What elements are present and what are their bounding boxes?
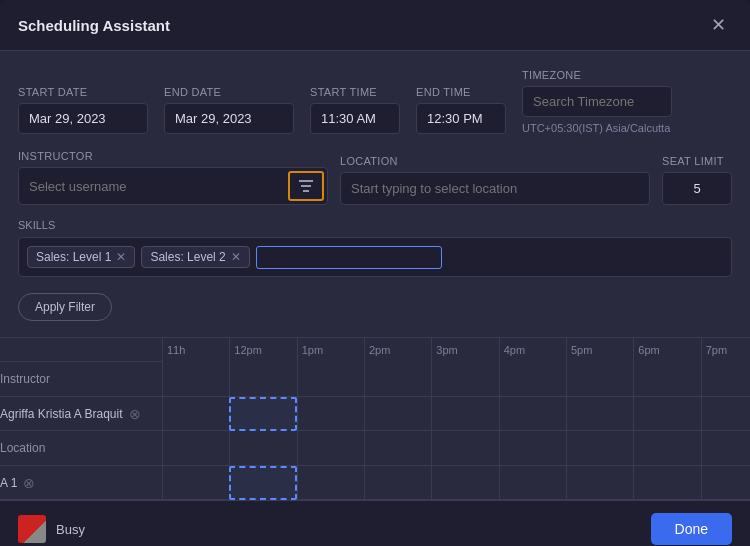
dialog-header: Scheduling Assistant ✕ <box>0 0 750 51</box>
location-input[interactable] <box>340 172 650 205</box>
instructor-section-label: Instructor <box>0 362 162 397</box>
tc-loc-6 <box>499 466 566 500</box>
dialog-footer: Busy Done <box>0 500 750 546</box>
time-col-3pm: 3pm <box>431 338 498 362</box>
start-date-input[interactable] <box>18 103 148 134</box>
tc-l-s-5 <box>431 431 498 466</box>
tc-i-s-5 <box>431 362 498 397</box>
timezone-sub-text: UTC+05:30(IST) Asia/Calcutta <box>522 122 672 134</box>
tc-loc-3 <box>297 466 364 500</box>
tc-a-2-highlight <box>229 397 296 431</box>
busy-label: Busy <box>56 522 85 537</box>
location-group: Location <box>340 155 650 205</box>
time-col-7pm: 7pm <box>701 338 750 362</box>
tc-l-s-2 <box>229 431 296 466</box>
time-col-12pm: 12pm <box>229 338 296 362</box>
tc-l-s-8 <box>633 431 700 466</box>
end-date-input[interactable] <box>164 103 294 134</box>
dialog-body: Start Date End Date Start Time End Time … <box>0 51 750 337</box>
tc-i-s-9 <box>701 362 750 397</box>
timezone-group: Timezone UTC+05:30(IST) Asia/Calcutta <box>522 69 672 134</box>
location-section-row: Location <box>0 431 750 466</box>
tc-loc-7 <box>566 466 633 500</box>
end-date-label: End Date <box>164 86 294 98</box>
skill-tag-1: Sales: Level 1 ✕ <box>27 246 135 268</box>
tc-a-6 <box>499 397 566 431</box>
close-button[interactable]: ✕ <box>705 14 732 36</box>
agriffa-name: Agriffa Kristia A Braquit <box>0 407 123 421</box>
tc-i-s-2 <box>229 362 296 397</box>
tc-i-s-8 <box>633 362 700 397</box>
time-col-1pm: 1pm <box>297 338 364 362</box>
instructor-section-row: Instructor <box>0 362 750 397</box>
instructor-input[interactable] <box>19 171 285 202</box>
end-time-input[interactable] <box>416 103 506 134</box>
skill-tag-1-text: Sales: Level 1 <box>36 250 111 264</box>
timezone-input[interactable] <box>522 86 672 117</box>
tc-loc-9 <box>701 466 750 500</box>
timeline-corner <box>0 338 162 362</box>
tc-i-s-1 <box>162 362 229 397</box>
tc-l-s-9 <box>701 431 750 466</box>
end-time-label: End Time <box>416 86 506 98</box>
tc-i-s-6 <box>499 362 566 397</box>
end-date-group: End Date <box>164 86 294 134</box>
a1-name: A 1 <box>0 476 17 490</box>
done-button[interactable]: Done <box>651 513 732 545</box>
skills-label: Skills <box>18 219 732 231</box>
time-col-11h: 11h <box>162 338 229 362</box>
a1-name-cell: A 1 ⊗ <box>0 466 162 500</box>
instructor-group: Instructor <box>18 150 328 205</box>
location-section-label: Location <box>0 431 162 466</box>
tc-i-s-4 <box>364 362 431 397</box>
skills-section: Skills Sales: Level 1 ✕ Sales: Level 2 ✕ <box>18 219 732 277</box>
a1-row: A 1 ⊗ <box>0 466 750 500</box>
instructor-filter-button[interactable] <box>288 171 324 201</box>
tc-i-s-3 <box>297 362 364 397</box>
start-time-input[interactable] <box>310 103 400 134</box>
scheduling-assistant-dialog: Scheduling Assistant ✕ Start Date End Da… <box>0 0 750 546</box>
end-time-group: End Time <box>416 86 506 134</box>
instructor-location-row: Instructor Location Seat <box>18 150 732 205</box>
skill-tag-2-text: Sales: Level 2 <box>150 250 225 264</box>
apply-filter-button[interactable]: Apply Filter <box>18 293 112 321</box>
tc-a-7 <box>566 397 633 431</box>
seat-limit-label: Seat Limit <box>662 155 732 167</box>
agriffa-name-cell: Agriffa Kristia A Braquit ⊗ <box>0 397 162 431</box>
tc-i-s-7 <box>566 362 633 397</box>
start-time-group: Start Time <box>310 86 400 134</box>
busy-swatch <box>18 515 46 543</box>
seat-limit-input[interactable] <box>662 172 732 205</box>
tc-l-s-7 <box>566 431 633 466</box>
tc-l-s-4 <box>364 431 431 466</box>
start-date-group: Start Date <box>18 86 148 134</box>
tc-loc-2-highlight <box>229 466 296 500</box>
tc-loc-4 <box>364 466 431 500</box>
tc-loc-1 <box>162 466 229 500</box>
tc-loc-5 <box>431 466 498 500</box>
time-col-6pm: 6pm <box>633 338 700 362</box>
skill-text-input[interactable] <box>256 246 442 269</box>
busy-indicator: Busy <box>18 515 85 543</box>
timezone-label: Timezone <box>522 69 672 81</box>
tc-l-s-3 <box>297 431 364 466</box>
skill-tag-1-remove[interactable]: ✕ <box>116 251 126 263</box>
location-label: Location <box>340 155 650 167</box>
a1-remove-icon[interactable]: ⊗ <box>23 475 35 491</box>
tc-a-9 <box>701 397 750 431</box>
instructor-label: Instructor <box>18 150 328 162</box>
time-col-2pm: 2pm <box>364 338 431 362</box>
time-col-5pm: 5pm <box>566 338 633 362</box>
date-time-row: Start Date End Date Start Time End Time … <box>18 69 732 134</box>
skill-tag-2-remove[interactable]: ✕ <box>231 251 241 263</box>
tc-a-4 <box>364 397 431 431</box>
tc-loc-8 <box>633 466 700 500</box>
agriffa-remove-icon[interactable]: ⊗ <box>129 406 141 422</box>
instructor-input-wrap <box>18 167 328 205</box>
time-col-4pm: 4pm <box>499 338 566 362</box>
start-date-label: Start Date <box>18 86 148 98</box>
tc-a-8 <box>633 397 700 431</box>
skill-tag-2: Sales: Level 2 ✕ <box>141 246 249 268</box>
skills-input-area: Sales: Level 1 ✕ Sales: Level 2 ✕ <box>18 237 732 277</box>
agriffa-row: Agriffa Kristia A Braquit ⊗ <box>0 397 750 431</box>
